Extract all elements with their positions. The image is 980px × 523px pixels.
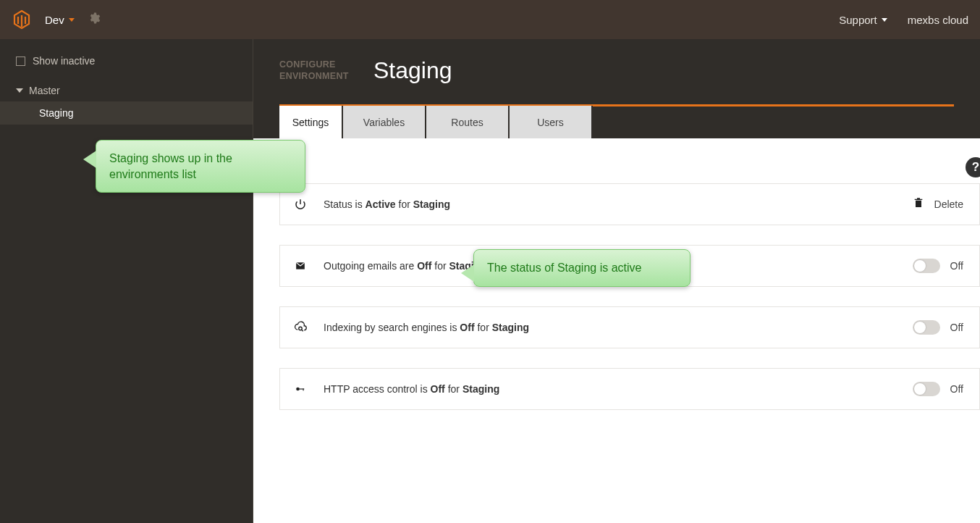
tabs: Settings Variables Routes Users [279, 106, 954, 138]
gear-icon[interactable] [88, 12, 101, 28]
callout-text: Staging shows up in the environments lis… [109, 152, 232, 180]
caret-down-icon [16, 88, 23, 93]
callout-arrow-icon [83, 151, 96, 168]
delete-label: Delete [934, 198, 963, 210]
topbar-left: Dev [12, 8, 101, 31]
environment-dropdown[interactable]: Dev [45, 14, 75, 26]
callout-arrow-icon [461, 264, 474, 282]
tree-item-label: Master [29, 85, 60, 96]
topbar: Dev Support mexbs cloud [0, 0, 980, 39]
environment-tree: Master Staging [0, 80, 253, 125]
account-label: mexbs cloud [908, 14, 968, 26]
support-label: Support [839, 14, 877, 26]
svg-rect-3 [303, 389, 304, 391]
annotation-callout: Staging shows up in the environments lis… [96, 140, 305, 193]
sidebar: Show inactive Master Staging [0, 39, 253, 523]
delete-action[interactable]: Delete [913, 197, 963, 212]
show-inactive-label: Show inactive [33, 55, 95, 67]
topbar-right: Support mexbs cloud [839, 14, 968, 26]
environment-dropdown-label: Dev [45, 14, 64, 26]
callout-text: The status of Staging is active [487, 262, 641, 274]
page-title: Staging [373, 57, 954, 84]
tree-item-label: Staging [39, 107, 73, 119]
tab-variables[interactable]: Variables [343, 106, 426, 138]
cloud-search-icon [293, 321, 308, 334]
content: ? Status is Active for Staging Delete [253, 138, 980, 523]
key-icon [293, 384, 308, 394]
toggle-state-label: Off [950, 322, 963, 333]
http-access-toggle[interactable] [913, 382, 940, 396]
caret-down-icon [69, 18, 75, 22]
http-access-text: HTTP access control is Off for Staging [324, 383, 499, 395]
tab-users[interactable]: Users [510, 106, 593, 138]
status-row: Status is Active for Staging Delete [279, 183, 980, 225]
checkbox-icon [16, 57, 25, 66]
indexing-text: Indexing by search engines is Off for St… [324, 322, 529, 333]
http-access-row: HTTP access control is Off for Staging O… [279, 368, 980, 410]
toggle-state-label: Off [950, 260, 963, 272]
header: CONFIGURE ENVIRONMENT Staging Settings V… [253, 39, 980, 138]
annotation-callout: The status of Staging is active [473, 249, 690, 287]
tab-settings[interactable]: Settings [279, 106, 343, 138]
tree-item-master[interactable]: Master [0, 80, 253, 101]
tab-routes[interactable]: Routes [426, 106, 510, 138]
status-text: Status is Active for Staging [324, 198, 450, 210]
svg-point-1 [296, 388, 300, 391]
power-icon [293, 198, 308, 211]
caret-down-icon [882, 18, 887, 22]
trash-icon [913, 197, 924, 212]
support-link[interactable]: Support [839, 14, 887, 26]
help-icon[interactable]: ? [966, 157, 980, 177]
show-inactive-toggle[interactable]: Show inactive [0, 55, 253, 80]
tree-item-staging[interactable]: Staging [0, 101, 253, 125]
mail-icon [293, 261, 308, 271]
indexing-toggle[interactable] [913, 320, 940, 335]
magento-logo-icon[interactable] [12, 8, 32, 31]
indexing-row: Indexing by search engines is Off for St… [279, 306, 980, 348]
emails-toggle[interactable] [913, 259, 940, 273]
toggle-state-label: Off [950, 383, 963, 395]
account-link[interactable]: mexbs cloud [908, 14, 968, 26]
